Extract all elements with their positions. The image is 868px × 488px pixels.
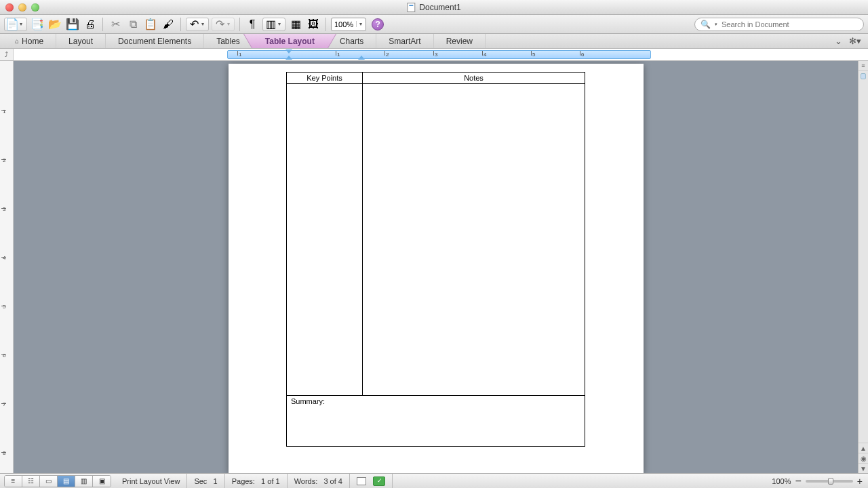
- dropdown-arrow-icon[interactable]: ▾: [715, 22, 717, 27]
- ruler-horizontal[interactable]: ⤴ 1 1 2 3 4 5 6: [0, 49, 868, 61]
- tab-document-elements[interactable]: Document Elements: [106, 34, 204, 48]
- window-title-text: Document1: [419, 3, 460, 12]
- tab-review[interactable]: Review: [434, 34, 486, 48]
- copy-button[interactable]: ⧉: [125, 18, 140, 31]
- section-indicator[interactable]: Sec 1: [187, 474, 224, 488]
- zoom-out-button[interactable]: −: [795, 475, 801, 487]
- split-arrow-icon[interactable]: ≡: [859, 61, 868, 71]
- window-titlebar: Document1: [0, 0, 868, 15]
- zoom-slider-thumb[interactable]: [828, 478, 833, 485]
- dropdown-arrow-icon[interactable]: ▾: [227, 21, 234, 27]
- undo-group[interactable]: ↶ ▾: [186, 18, 209, 31]
- separator: [239, 18, 240, 31]
- table-summary-cell[interactable]: Summary:: [287, 396, 585, 447]
- print-layout-view-button[interactable]: ▤: [58, 476, 75, 487]
- dropdown-arrow-icon[interactable]: ▾: [201, 21, 208, 27]
- table-cell[interactable]: [287, 84, 363, 396]
- notebook-view-button[interactable]: ▥: [75, 476, 93, 487]
- close-window-button[interactable]: [5, 3, 14, 12]
- window-title: Document1: [407, 3, 460, 12]
- ribbon-controls: ⌄ ✻▾: [828, 34, 868, 48]
- document-area: 1 2 3 4 5 6 7 8 Key Points Notes Summary…: [0, 61, 858, 473]
- document-icon: [407, 3, 415, 12]
- zoom-percent: 100%: [772, 477, 791, 485]
- next-page-button[interactable]: ▼: [859, 463, 868, 473]
- words-indicator[interactable]: Words: 3 of 4: [288, 474, 350, 488]
- tab-table-layout[interactable]: Table Layout: [253, 34, 328, 48]
- help-button[interactable]: ?: [372, 18, 384, 30]
- tab-home[interactable]: ⌂Home: [8, 34, 56, 48]
- redo-button[interactable]: ↷: [212, 18, 227, 31]
- table-header-cell[interactable]: Key Points: [287, 73, 363, 84]
- outline-view-button[interactable]: ☷: [22, 476, 40, 487]
- check-icon: [373, 476, 385, 486]
- vertical-scrollbar[interactable]: ≡ ▲ ◉ ▼: [858, 61, 868, 473]
- show-formatting-button[interactable]: ¶: [245, 18, 260, 31]
- save-button[interactable]: 💾: [65, 18, 80, 31]
- window-controls: [5, 3, 39, 12]
- table-cell[interactable]: [363, 84, 585, 396]
- ribbon-settings-button[interactable]: ✻▾: [849, 36, 861, 46]
- draft-view-button[interactable]: ≡: [5, 476, 22, 487]
- zoom-slider[interactable]: [806, 480, 853, 483]
- book-icon: [357, 477, 366, 485]
- undo-button[interactable]: ↶: [186, 18, 201, 31]
- zoom-select[interactable]: 100% ▾: [331, 18, 366, 31]
- redo-group[interactable]: ↷ ▾: [212, 18, 235, 31]
- scrollbar-thumb[interactable]: [861, 73, 866, 79]
- table-header-cell[interactable]: Notes: [363, 73, 585, 84]
- search-icon: 🔍: [701, 20, 711, 29]
- right-indent-marker[interactable]: [358, 56, 365, 60]
- scrollbar-track[interactable]: [859, 71, 868, 443]
- tab-charts[interactable]: Charts: [328, 34, 376, 48]
- paste-button[interactable]: 📋: [143, 18, 158, 31]
- zoom-in-button[interactable]: +: [857, 476, 863, 487]
- dropdown-arrow-icon[interactable]: ▾: [356, 21, 363, 27]
- sidebar-toggle-group[interactable]: ▥ ▾: [262, 18, 285, 31]
- cut-button[interactable]: ✂: [108, 18, 123, 31]
- prev-page-button[interactable]: ▲: [859, 443, 868, 453]
- separator: [180, 18, 181, 31]
- zoom-value: 100%: [334, 20, 353, 28]
- ruler-vertical[interactable]: 1 2 3 4 5 6 7 8: [0, 61, 14, 473]
- ribbon-tabs: ⌂Home Layout Document Elements Tables Ta…: [0, 34, 868, 49]
- open-button[interactable]: 📂: [47, 18, 62, 31]
- new-from-template-button[interactable]: 📑: [30, 18, 45, 31]
- view-name-label: Print Layout View: [115, 474, 187, 488]
- new-document-button[interactable]: 📄: [5, 18, 20, 31]
- print-button[interactable]: 🖨: [83, 18, 98, 31]
- spellcheck-indicator[interactable]: [350, 474, 393, 488]
- separator: [102, 18, 103, 31]
- first-line-indent-marker[interactable]: [285, 49, 292, 54]
- zoom-window-button[interactable]: [31, 3, 39, 12]
- document-table[interactable]: Key Points Notes Summary:: [286, 72, 585, 447]
- dropdown-arrow-icon[interactable]: ▾: [278, 21, 285, 27]
- sidebar-toggle-button[interactable]: ▥: [263, 18, 278, 31]
- document-search[interactable]: 🔍 ▾: [694, 18, 864, 31]
- pages-indicator[interactable]: Pages: 1 of 1: [225, 474, 288, 488]
- tab-layout[interactable]: Layout: [56, 34, 106, 48]
- tab-type-selector[interactable]: ⤴: [0, 49, 14, 60]
- search-input[interactable]: [722, 20, 858, 28]
- status-bar: ≡ ☷ ▭ ▤ ▥ ▣ Print Layout View Sec 1 Page…: [0, 473, 868, 488]
- document-canvas[interactable]: Key Points Notes Summary:: [14, 61, 858, 473]
- separator: [326, 18, 326, 31]
- hanging-indent-marker[interactable]: [285, 56, 292, 60]
- document-page[interactable]: Key Points Notes Summary:: [229, 64, 644, 473]
- dropdown-arrow-icon[interactable]: ▾: [20, 21, 26, 27]
- browse-object-button[interactable]: ◉: [859, 453, 868, 463]
- zoom-control[interactable]: 100% − +: [766, 475, 868, 487]
- new-document-group[interactable]: 📄 ▾: [4, 18, 27, 31]
- standard-toolbar: 📄 ▾ 📑 📂 💾 🖨 ✂ ⧉ 📋 🖌 ↶ ▾ ↷ ▾ ¶ ▥ ▾ ▦ 🖼 10…: [0, 15, 868, 34]
- publishing-view-button[interactable]: ▭: [40, 476, 58, 487]
- view-buttons: ≡ ☷ ▭ ▤ ▥ ▣: [4, 475, 111, 487]
- toolbox-button[interactable]: ▦: [288, 18, 303, 31]
- tab-smartart[interactable]: SmartArt: [376, 34, 433, 48]
- ribbon-collapse-button[interactable]: ⌄: [835, 36, 842, 46]
- home-icon: ⌂: [15, 37, 19, 45]
- media-browser-button[interactable]: 🖼: [306, 18, 321, 31]
- minimize-window-button[interactable]: [18, 3, 26, 12]
- format-painter-button[interactable]: 🖌: [161, 18, 176, 31]
- fullscreen-view-button[interactable]: ▣: [93, 476, 111, 487]
